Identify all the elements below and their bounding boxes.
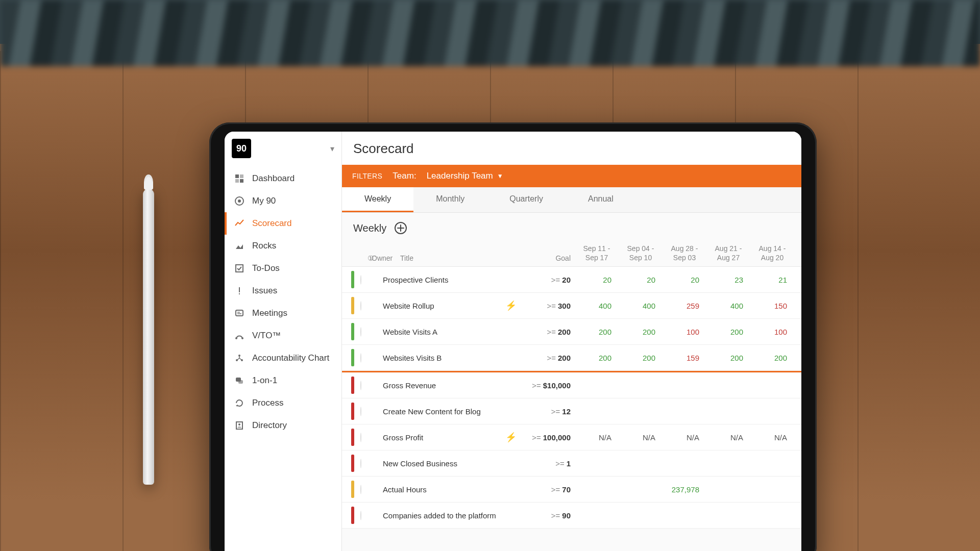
tab-quarterly[interactable]: Quarterly: [487, 187, 566, 212]
metric-cell[interactable]: N/A: [750, 433, 794, 442]
owner-cell: [360, 381, 383, 390]
table-row[interactable]: Gross Revenue>=$10,000: [342, 371, 801, 398]
table-row[interactable]: Create New Content for Blog>=12: [342, 398, 801, 424]
sidebar-item-accountability-chart[interactable]: Accountability Chart: [225, 347, 341, 369]
col-owner: Owner: [372, 254, 400, 262]
avatar[interactable]: [360, 327, 361, 337]
svg-rect-17: [238, 380, 243, 384]
sidebar-item-to-dos[interactable]: To-Dos: [225, 257, 341, 280]
sidebar-item-dashboard[interactable]: Dashboard: [225, 167, 341, 190]
sidebar-item-label: My 90: [252, 196, 276, 206]
avatar[interactable]: [360, 485, 361, 494]
sidebar-item-directory[interactable]: Directory: [225, 414, 341, 437]
sidebar-header: 90 ▾: [225, 132, 341, 163]
add-measurable-button[interactable]: [395, 222, 407, 234]
svg-rect-8: [239, 287, 240, 292]
avatar[interactable]: [360, 301, 361, 311]
table-row[interactable]: New Closed Business>=1: [342, 450, 801, 477]
app-screen: 90 ▾ DashboardMy 90ScorecardRocksTo-DosI…: [225, 132, 801, 551]
metric-cell[interactable]: 100: [663, 328, 706, 336]
sidebar-item-label: V/TO™: [252, 331, 281, 341]
sidebar-item-issues[interactable]: Issues: [225, 280, 341, 302]
avatar[interactable]: [360, 459, 361, 468]
status-indicator: [351, 271, 354, 288]
sidebar-item-scorecard[interactable]: Scorecard: [225, 212, 341, 235]
sidebar-item-1-on-1[interactable]: 1-on-1: [225, 369, 341, 392]
owner-cell: [360, 511, 383, 520]
section-header: Weekly: [342, 213, 801, 240]
avatar[interactable]: [360, 381, 361, 390]
sidebar-item-process[interactable]: Process: [225, 392, 341, 414]
metric-cell[interactable]: N/A: [575, 433, 619, 442]
metric-cell[interactable]: 200: [619, 328, 663, 336]
metric-cell[interactable]: 400: [575, 302, 619, 310]
avatar[interactable]: [360, 433, 361, 442]
metric-cell[interactable]: N/A: [706, 433, 750, 442]
filters-label: FILTERS: [352, 172, 382, 180]
table-row[interactable]: Websites Visits B>=200200200159200200: [342, 345, 801, 371]
table-row[interactable]: Actual Hours>=70237,978: [342, 477, 801, 503]
metric-cell[interactable]: 159: [663, 354, 706, 362]
sidebar-item-meetings[interactable]: Meetings: [225, 302, 341, 324]
sidebar-item-rocks[interactable]: Rocks: [225, 235, 341, 257]
avatar[interactable]: [360, 353, 361, 363]
metric-cell[interactable]: 400: [619, 302, 663, 310]
col-week: Aug 14 -Aug 20: [750, 244, 794, 262]
info-icon: ①: [368, 254, 372, 262]
svg-point-11: [235, 337, 237, 339]
metric-cell[interactable]: 21: [750, 276, 794, 284]
owner-cell: [360, 459, 383, 468]
team-value: Leadership Team: [427, 171, 493, 181]
tab-weekly[interactable]: Weekly: [342, 187, 413, 212]
metric-cell[interactable]: 200: [750, 354, 794, 362]
sidebar-item-v-to-[interactable]: V/TO™: [225, 324, 341, 347]
team-select[interactable]: Leadership Team ▼: [427, 171, 503, 181]
metric-cell[interactable]: N/A: [619, 433, 663, 442]
svg-rect-3: [240, 179, 243, 183]
workspace-dropdown-icon[interactable]: ▾: [330, 144, 334, 154]
metric-cell[interactable]: 20: [663, 276, 706, 284]
metric-cell[interactable]: 200: [706, 328, 750, 336]
metric-cell[interactable]: 20: [575, 276, 619, 284]
table-row[interactable]: Prospective Clients>=202020202321: [342, 267, 801, 293]
tab-annual[interactable]: Annual: [566, 187, 636, 212]
svg-rect-7: [236, 265, 243, 272]
metric-cell[interactable]: 20: [619, 276, 663, 284]
metric-cell[interactable]: 200: [575, 328, 619, 336]
metric-cell[interactable]: 259: [663, 302, 706, 310]
v-to--icon: [234, 330, 245, 341]
table-row[interactable]: Companies added to the platform>=90: [342, 503, 801, 529]
status-indicator: [351, 297, 354, 314]
sidebar-item-my-90[interactable]: My 90: [225, 190, 341, 212]
owner-cell: [360, 276, 383, 284]
sidebar-item-label: Issues: [252, 286, 277, 296]
sidebar-item-label: Dashboard: [252, 173, 295, 184]
metric-cell[interactable]: 200: [706, 354, 750, 362]
issues-icon: [234, 285, 245, 296]
svg-rect-2: [235, 179, 239, 183]
metric-cell[interactable]: 200: [619, 354, 663, 362]
metric-cell[interactable]: 237,978: [663, 485, 706, 494]
avatar[interactable]: [360, 407, 361, 416]
directory-icon: [234, 420, 245, 431]
app-logo[interactable]: 90: [232, 139, 251, 158]
nav-list: DashboardMy 90ScorecardRocksTo-DosIssues…: [225, 163, 341, 437]
tab-monthly[interactable]: Monthly: [413, 187, 487, 212]
metric-cell[interactable]: 23: [706, 276, 750, 284]
avatar[interactable]: [360, 275, 361, 285]
metric-cell[interactable]: N/A: [663, 433, 706, 442]
metric-cell[interactable]: 100: [750, 328, 794, 336]
svg-point-13: [238, 355, 240, 357]
bolt-icon: ⚡: [505, 432, 517, 443]
metric-title: Create New Content for Blog: [383, 407, 522, 416]
col-goal: Goal: [529, 254, 575, 262]
avatar[interactable]: [360, 511, 361, 520]
table-row[interactable]: Website Rollup⚡>=300400400259400150: [342, 293, 801, 319]
metric-cell[interactable]: 150: [750, 302, 794, 310]
process-icon: [234, 397, 245, 409]
metric-cell[interactable]: 400: [706, 302, 750, 310]
status-indicator: [351, 377, 354, 394]
table-row[interactable]: Website Visits A>=200200200100200100: [342, 319, 801, 345]
table-row[interactable]: Gross Profit⚡>=100,000N/AN/AN/AN/AN/A: [342, 424, 801, 450]
metric-cell[interactable]: 200: [575, 354, 619, 362]
